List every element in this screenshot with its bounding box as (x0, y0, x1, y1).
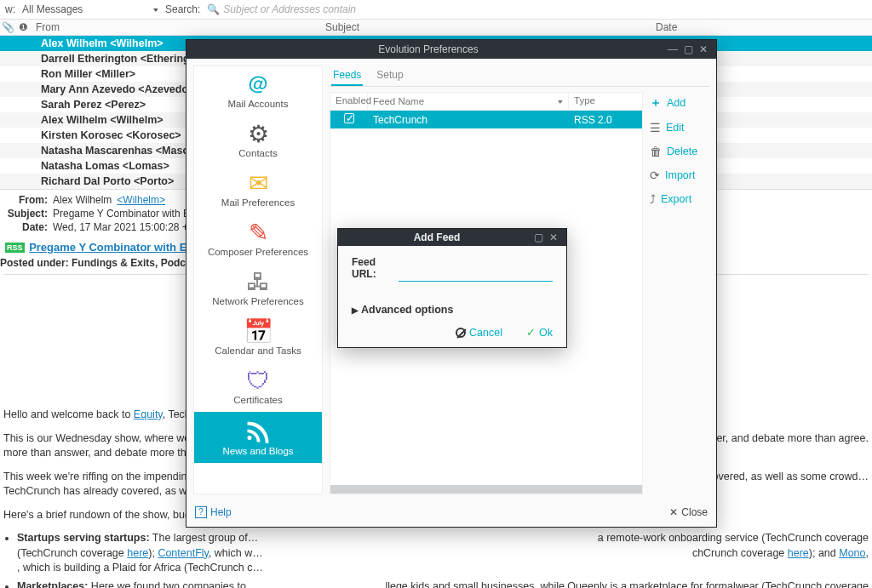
trash-icon: 🗑 (650, 145, 662, 158)
at-icon: ＠ (246, 73, 270, 97)
preferences-title: Evolution Preferences (192, 43, 665, 55)
from-link[interactable]: <Wilhelm> (117, 194, 165, 206)
search-input[interactable]: 🔍 Subject or Addresses contain (207, 3, 356, 15)
feed-row[interactable]: ✓ TechCrunch RSS 2.0 (330, 111, 642, 128)
view-filter-value: All Messages (22, 3, 83, 15)
delete-feed-button[interactable]: 🗑 Delete (650, 145, 708, 158)
tab-setup[interactable]: Setup (375, 66, 404, 86)
attachment-column-icon[interactable]: 📎 (0, 20, 15, 35)
tab-feeds[interactable]: Feeds (331, 66, 363, 86)
feed-url-label: Feed URL: (352, 256, 395, 280)
checkbox-checked-icon[interactable]: ✓ (344, 113, 354, 123)
export-feed-button[interactable]: ⤴ Export (650, 192, 708, 206)
feed-type: RSS 2.0 (569, 111, 642, 128)
chevron-down-icon: ▾ (153, 5, 158, 14)
gear-icon: ⚙ (248, 123, 269, 146)
from-label: From: (7, 194, 48, 206)
toolbar: w: All Messages ▾ Search: 🔍 Subject or A… (0, 0, 872, 20)
add-feed-titlebar[interactable]: Add Feed ▢ ✕ (338, 229, 566, 246)
preferences-tabs: Feeds Setup (330, 66, 709, 87)
list-icon: ☰ (650, 121, 661, 134)
ok-button[interactable]: ✓ Ok (526, 326, 553, 339)
close-icon[interactable]: ✕ (546, 231, 561, 243)
contentfly-link[interactable]: ContentFly (158, 547, 209, 559)
coverage-link[interactable]: here (127, 547, 148, 559)
export-icon: ⤴ (650, 192, 656, 206)
list-item: Marketplaces: Here we found two companie… (17, 579, 869, 589)
flag-column-icon[interactable]: ❶ (15, 20, 31, 35)
advanced-options-toggle[interactable]: ▶ Advanced options (352, 304, 553, 316)
category-calendar-tasks[interactable]: 📅 Calendar and Tasks (194, 313, 322, 363)
preferences-sidebar: ＠ Mail Accounts ⚙ Contacts ✉ Mail Prefer… (193, 66, 323, 494)
mono-link[interactable]: Mono (839, 547, 865, 559)
help-icon: ? (195, 506, 207, 518)
close-icon: ✕ (669, 506, 678, 518)
equity-link[interactable]: Equity (134, 408, 163, 420)
import-feed-button[interactable]: ⟳ Import (650, 168, 708, 182)
minimize-icon[interactable]: — (665, 43, 680, 55)
feed-list-header: Enabled Feed Name ▾ Type (330, 93, 642, 111)
rss-icon (245, 419, 271, 444)
edit-feed-button[interactable]: ☰ Edit (650, 121, 708, 134)
feed-url-input[interactable] (399, 266, 553, 282)
check-icon: ✓ (526, 326, 536, 339)
category-news-blogs[interactable]: News and Blogs (194, 412, 322, 463)
date-label: Date: (7, 221, 48, 233)
from-column[interactable]: From (31, 20, 320, 35)
compose-icon: ✎ (249, 221, 268, 245)
category-contacts[interactable]: ⚙ Contacts (194, 116, 322, 165)
triangle-right-icon: ▶ (352, 305, 359, 315)
category-composer-preferences[interactable]: ✎ Composer Preferences (194, 214, 322, 264)
view-filter-dropdown[interactable]: All Messages ▾ (22, 3, 158, 15)
cancel-button[interactable]: Cancel (456, 326, 502, 339)
search-placeholder: Subject or Addresses contain (223, 3, 356, 15)
maximize-icon[interactable]: ▢ (680, 43, 696, 55)
help-button[interactable]: ? Help (195, 506, 232, 518)
col-enabled[interactable]: Enabled (330, 93, 368, 110)
coverage-link[interactable]: here (788, 547, 809, 559)
category-mail-accounts[interactable]: ＠ Mail Accounts (194, 66, 322, 116)
feed-actions: ＋ Add ☰ Edit 🗑 Delete ⟳ Import (643, 92, 709, 494)
col-feed-name[interactable]: Feed Name ▾ (368, 93, 569, 110)
add-feed-button[interactable]: ＋ Add (650, 95, 708, 111)
preferences-footer: ? Help ✕ Close (186, 501, 716, 527)
plus-icon: ＋ (650, 95, 662, 111)
category-network-preferences[interactable]: 🖧 Network Preferences (194, 264, 322, 313)
network-icon: 🖧 (246, 271, 270, 294)
close-button[interactable]: ✕ Close (669, 506, 708, 518)
maximize-icon[interactable]: ▢ (531, 231, 546, 243)
col-type[interactable]: Type (569, 93, 642, 110)
horizontal-scrollbar[interactable] (330, 485, 642, 494)
add-feed-dialog: Add Feed ▢ ✕ Feed URL: ▶ Advanced option… (337, 228, 567, 348)
calendar-icon: 📅 (244, 320, 273, 344)
shield-icon: 🛡 (246, 369, 270, 393)
cancel-icon (456, 328, 466, 338)
add-feed-title: Add Feed (343, 231, 531, 243)
view-label: w: (5, 3, 15, 15)
sort-chevron-icon: ▾ (558, 97, 563, 106)
subject-column[interactable]: Subject (320, 20, 651, 35)
preferences-titlebar[interactable]: Evolution Preferences — ▢ ✕ (186, 40, 716, 59)
subject-label: Subject: (7, 208, 48, 220)
category-certificates[interactable]: 🛡 Certificates (194, 363, 322, 412)
search-icon: 🔍 (207, 3, 220, 15)
search-label: Search: (165, 3, 200, 15)
message-list-header: 📎 ❶ From Subject Date (0, 20, 872, 36)
envelope-icon: ✉ (249, 172, 268, 196)
list-item: Startups serving startups: The largest g… (17, 531, 869, 576)
import-icon: ⟳ (650, 168, 660, 182)
category-mail-preferences[interactable]: ✉ Mail Preferences (194, 165, 322, 214)
rss-badge: RSS (5, 243, 25, 253)
close-icon[interactable]: ✕ (696, 43, 711, 55)
date-column[interactable]: Date (651, 20, 872, 35)
from-name: Alex Wilhelm (53, 194, 112, 206)
feed-name: TechCrunch (368, 111, 569, 128)
